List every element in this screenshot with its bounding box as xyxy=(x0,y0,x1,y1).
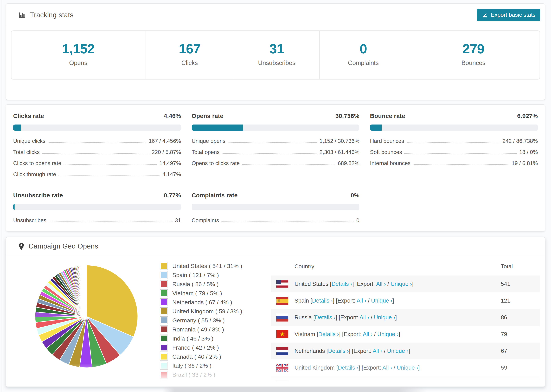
stat-label: Opens xyxy=(11,59,145,67)
rate-value: 4.46% xyxy=(164,112,181,119)
rate-row: Total opens2,303 / 61.446% xyxy=(192,149,360,155)
page-title: Tracking stats xyxy=(30,11,73,19)
geo-table: CountryTotalUnited States [Details ›] [E… xyxy=(271,258,540,387)
geo-section-title: Campaign Geo Opens xyxy=(28,242,98,250)
rate-row-label: Opens to clicks rate xyxy=(192,160,240,166)
legend-swatch xyxy=(160,262,168,270)
export-unique-link[interactable]: Unique › xyxy=(371,297,393,304)
bottom-scroll-band xyxy=(162,386,427,392)
ru-flag-icon xyxy=(276,314,288,322)
export-unique-link[interactable]: Unique › xyxy=(390,281,412,287)
pie-legend: United States ( 541 / 31% )Spain ( 121 /… xyxy=(160,262,269,387)
export-unique-link[interactable]: Unique › xyxy=(377,331,399,337)
legend-label: South Africa ( 29 / 2% ) xyxy=(172,381,232,387)
legend-label: Brazil ( 33 / 2% ) xyxy=(172,371,215,378)
legend-item-united-states[interactable]: United States ( 541 / 31% ) xyxy=(160,262,269,270)
country-cell: United Kingdom [Details ›] [Export: All … xyxy=(295,364,501,371)
summary-stat-clicks: 167Clicks xyxy=(145,31,234,79)
geo-pie-chart xyxy=(33,263,140,369)
column-header-country: Country xyxy=(295,263,501,270)
legend-item-united-kingdom[interactable]: United Kingdom ( 59 / 3% ) xyxy=(160,307,269,315)
rate-row-value: 19 / 6.81% xyxy=(512,160,538,166)
export-button-label: Export basic stats xyxy=(491,12,536,18)
es-flag-icon xyxy=(276,297,288,305)
export-unique-link[interactable]: Unique › xyxy=(397,364,418,371)
rate-progress-fill xyxy=(13,204,14,210)
rate-row-value: 0 xyxy=(356,217,360,224)
dotted-leader xyxy=(221,222,354,222)
legend-item-canada[interactable]: Canada ( 40 / 2% ) xyxy=(160,353,269,361)
bar-chart-icon xyxy=(18,11,26,19)
legend-item-italy[interactable]: Italy ( 36 / 2% ) xyxy=(160,362,269,370)
rate-title: Clicks rate xyxy=(13,112,44,119)
details-link[interactable]: Details › xyxy=(318,331,339,337)
legend-item-france[interactable]: France ( 42 / 2% ) xyxy=(160,343,269,351)
legend-swatch xyxy=(160,371,168,379)
tracking-stats-page: Tracking stats Export basic stats 1,152O… xyxy=(0,0,551,392)
details-link[interactable]: Details › xyxy=(338,364,359,371)
rate-row-value: 220 / 5.87% xyxy=(152,149,181,155)
rate-row-label: Total clicks xyxy=(13,149,40,155)
legend-item-india[interactable]: India ( 46 / 3% ) xyxy=(160,335,269,343)
legend-item-vietnam[interactable]: Vietnam ( 79 / 5% ) xyxy=(160,289,269,297)
legend-swatch xyxy=(160,271,168,279)
dotted-leader xyxy=(413,164,509,165)
rate-row-value: 689.82% xyxy=(338,160,359,166)
details-link[interactable]: Details › xyxy=(332,281,352,287)
legend-item-south-africa[interactable]: South Africa ( 29 / 2% ) xyxy=(160,380,269,387)
details-link[interactable]: Details › xyxy=(315,314,336,321)
details-link[interactable]: Details › xyxy=(328,348,349,354)
details-link[interactable]: Details › xyxy=(312,297,333,304)
export-all-link[interactable]: All › xyxy=(382,364,392,371)
table-row-united-states: United States [Details ›] [Export: All ›… xyxy=(271,275,540,292)
rates-grid: Clicks rate4.46%Unique clicks167 / 4.456… xyxy=(6,105,545,230)
legend-item-russia[interactable]: Russia ( 86 / 5% ) xyxy=(160,280,269,288)
legend-item-spain[interactable]: Spain ( 121 / 7% ) xyxy=(160,271,269,279)
table-row xyxy=(271,376,540,387)
total-cell: 59 xyxy=(501,364,537,371)
dotted-leader xyxy=(64,164,157,165)
export-unique-link[interactable]: Unique › xyxy=(387,348,409,354)
export-unique-link[interactable]: Unique › xyxy=(374,314,395,321)
total-cell: 121 xyxy=(501,297,537,304)
rate-row: Click through rate4.147% xyxy=(13,171,181,177)
rate-title: Complaints rate xyxy=(192,192,238,199)
dotted-leader xyxy=(407,142,500,143)
dotted-leader xyxy=(228,142,317,143)
legend-swatch xyxy=(160,325,168,333)
country-cell: Vietnam [Details ›] [Export: All › / Uni… xyxy=(295,331,501,337)
export-all-link[interactable]: All › xyxy=(376,281,386,287)
legend-item-netherlands[interactable]: Netherlands ( 67 / 4% ) xyxy=(160,298,269,306)
rate-row-label: Unique opens xyxy=(192,138,225,144)
tracking-stats-card: Tracking stats Export basic stats 1,152O… xyxy=(6,3,545,100)
geo-opens-card: Campaign Geo Opens United States ( 541 /… xyxy=(6,237,545,387)
export-icon xyxy=(482,12,488,18)
total-cell: 541 xyxy=(501,281,537,287)
rate-block-complaints-rate: Complaints rate0%Complaints0 xyxy=(192,192,360,224)
export-all-link[interactable]: All › xyxy=(357,297,366,304)
export-all-link[interactable]: All › xyxy=(363,331,373,337)
legend-swatch xyxy=(160,335,168,343)
rates-card: Clicks rate4.46%Unique clicks167 / 4.456… xyxy=(6,104,545,231)
export-basic-stats-button[interactable]: Export basic stats xyxy=(477,9,540,21)
stat-value: 31 xyxy=(234,41,319,57)
legend-label: Germany ( 55 / 3% ) xyxy=(172,317,225,324)
rate-row: Unsubscribes31 xyxy=(13,217,181,224)
rate-progress-fill xyxy=(192,125,243,131)
summary-stat-unsubscribes: 31Unsubscribes xyxy=(234,31,319,79)
rate-row-value: 31 xyxy=(175,217,181,224)
rate-block-clicks-rate: Clicks rate4.46%Unique clicks167 / 4.456… xyxy=(13,112,181,177)
legend-swatch xyxy=(160,289,168,297)
export-all-link[interactable]: All › xyxy=(360,314,369,321)
legend-item-romania[interactable]: Romania ( 49 / 3% ) xyxy=(160,325,269,333)
rate-value: 6.927% xyxy=(517,112,538,119)
export-all-link[interactable]: All › xyxy=(373,348,382,354)
rate-progress-bar xyxy=(13,204,181,210)
rate-row-label: Click through rate xyxy=(13,171,56,177)
summary-stat-opens: 1,152Opens xyxy=(11,31,145,79)
rate-row: Internal bounces19 / 6.81% xyxy=(370,160,538,166)
legend-item-germany[interactable]: Germany ( 55 / 3% ) xyxy=(160,316,269,324)
legend-item-brazil[interactable]: Brazil ( 33 / 2% ) xyxy=(160,371,269,379)
stat-value: 1,152 xyxy=(11,41,145,57)
rate-row: Soft bounces18 / 0% xyxy=(370,149,538,155)
